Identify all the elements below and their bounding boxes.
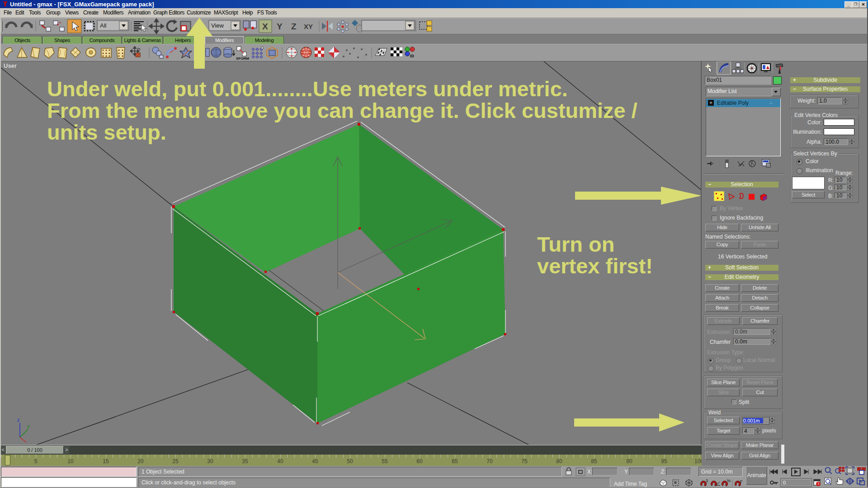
svg-text:XFORM: XFORM — [236, 56, 249, 61]
svg-text:XY: XY — [304, 23, 313, 30]
svg-text:X: X — [262, 22, 268, 31]
svg-text:%: % — [727, 479, 731, 483]
svg-text:z: z — [17, 417, 20, 422]
svg-text:0: 0 — [783, 480, 786, 485]
svg-text:Y: Y — [277, 22, 283, 31]
svg-text:F: F — [740, 479, 743, 484]
svg-text:y: y — [27, 423, 30, 429]
svg-text:All: All — [100, 22, 107, 29]
svg-text:3: 3 — [706, 479, 708, 483]
svg-text:ID: ID — [410, 54, 415, 58]
svg-text:Z: Z — [291, 22, 297, 31]
